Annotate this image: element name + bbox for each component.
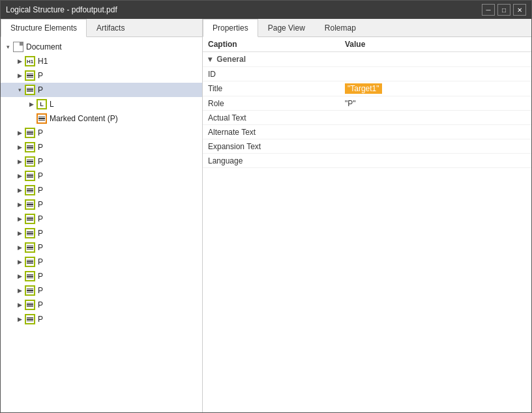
l-icon: L <box>36 99 48 109</box>
p13-icon <box>24 271 36 281</box>
prop-language-caption: Language <box>203 154 340 168</box>
expand-p8[interactable]: ▶ <box>15 200 24 209</box>
tab-structure-elements[interactable]: Structure Elements <box>1 19 87 37</box>
mc-label: Marked Content (P) <box>50 114 118 123</box>
expand-p-selected[interactable]: ▾ <box>15 85 24 94</box>
p5-icon <box>24 156 36 167</box>
p12-label: P <box>38 257 43 266</box>
expand-p15[interactable]: ▶ <box>15 300 24 309</box>
p4-icon <box>24 142 36 152</box>
tree-item-p-1[interactable]: ▶ P <box>1 68 202 83</box>
p10-icon <box>24 228 36 238</box>
prop-row-alt-text: Alternate Text <box>203 125 531 139</box>
tree-item-p-13[interactable]: ▶P <box>1 269 202 283</box>
expand-p6[interactable]: ▶ <box>15 171 24 180</box>
prop-role-value: "P" <box>340 96 531 111</box>
tab-page-view[interactable]: Page View <box>258 19 315 36</box>
tree-item-p-5[interactable]: ▶P <box>1 154 202 169</box>
tree-item-p-9[interactable]: ▶P <box>1 212 202 226</box>
tree-item-l[interactable]: ▶ L L <box>1 97 202 111</box>
tree-item-marked-content[interactable]: Marked Content (P) <box>1 111 202 126</box>
expand-p16[interactable]: ▶ <box>15 315 24 324</box>
p3-icon <box>24 128 36 138</box>
expand-document[interactable]: ▾ <box>3 42 12 51</box>
p16-icon <box>24 314 36 324</box>
p15-label: P <box>38 300 43 309</box>
prop-row-actual-text: Actual Text <box>203 111 531 125</box>
properties-area: Caption Value ▾ General <box>203 37 531 412</box>
expand-p10[interactable]: ▶ <box>15 229 24 238</box>
expand-p14[interactable]: ▶ <box>15 286 24 295</box>
maximize-button[interactable]: □ <box>497 4 510 16</box>
tree-item-p-8[interactable]: ▶P <box>1 197 202 212</box>
expand-p1[interactable]: ▶ <box>15 71 24 80</box>
prop-row-title: Title "Target1" <box>203 81 531 96</box>
table-header-row: Caption Value <box>203 37 531 52</box>
expand-p12[interactable]: ▶ <box>15 257 24 266</box>
prop-title-caption: Title <box>203 81 340 96</box>
h1-label: H1 <box>38 57 48 66</box>
tree-item-p-4[interactable]: ▶P <box>1 140 202 154</box>
expand-p3[interactable]: ▶ <box>15 128 24 137</box>
main-content: Structure Elements Artifacts ▾ Document <box>1 19 531 412</box>
tree-item-p-15[interactable]: ▶P <box>1 298 202 312</box>
tree-item-p-11[interactable]: ▶P <box>1 240 202 255</box>
expand-p9[interactable]: ▶ <box>15 214 24 223</box>
p16-label: P <box>38 315 43 324</box>
minimize-button[interactable]: ─ <box>482 4 495 16</box>
expand-p4[interactable]: ▶ <box>15 143 24 152</box>
document-label: Document <box>26 42 62 51</box>
general-collapse-arrow[interactable]: ▾ <box>208 55 212 64</box>
p11-label: P <box>38 243 43 252</box>
p3-label: P <box>38 128 43 137</box>
h1-icon: H1 <box>24 56 36 66</box>
expand-l[interactable]: ▶ <box>27 100 36 109</box>
prop-language-value <box>340 154 531 168</box>
window-title: Logical Structure - pdfoutput.pdf <box>6 5 117 14</box>
tree-item-h1[interactable]: ▶ H1 H1 <box>1 54 202 68</box>
p-selected-label: P <box>38 85 43 94</box>
tree-item-p-16[interactable]: ▶P <box>1 312 202 326</box>
p8-icon <box>24 199 36 210</box>
tree-area[interactable]: ▾ Document ▶ H1 H1 ▶ <box>1 37 202 412</box>
prop-alt-text-caption: Alternate Text <box>203 125 340 139</box>
tree-item-p-12[interactable]: ▶P <box>1 255 202 269</box>
p12-icon <box>24 257 36 267</box>
tab-artifacts[interactable]: Artifacts <box>87 19 134 36</box>
close-button[interactable]: ✕ <box>513 4 526 16</box>
p8-label: P <box>38 200 43 209</box>
expand-p7[interactable]: ▶ <box>15 186 24 195</box>
expand-h1[interactable]: ▶ <box>15 57 24 66</box>
tree-item-p-10[interactable]: ▶P <box>1 226 202 240</box>
prop-actual-text-value <box>340 111 531 125</box>
prop-role-caption: Role <box>203 96 340 111</box>
tab-rolemap[interactable]: Rolemap <box>315 19 366 36</box>
prop-alt-text-value <box>340 125 531 139</box>
expand-p13[interactable]: ▶ <box>15 272 24 281</box>
p13-label: P <box>38 272 43 281</box>
p7-icon <box>24 185 36 195</box>
prop-row-expansion-text: Expansion Text <box>203 139 531 154</box>
window-controls: ─ □ ✕ <box>482 4 526 16</box>
tree-item-p-14[interactable]: ▶P <box>1 283 202 298</box>
prop-title-value: "Target1" <box>340 81 531 96</box>
mc-icon <box>36 113 48 124</box>
expand-p5[interactable]: ▶ <box>15 157 24 166</box>
tree-item-document[interactable]: ▾ Document <box>1 40 202 54</box>
prop-expansion-text-value <box>340 139 531 154</box>
tab-properties[interactable]: Properties <box>203 19 258 37</box>
general-section-header[interactable]: ▾ General <box>203 52 531 67</box>
prop-row-language: Language <box>203 154 531 168</box>
left-tabs: Structure Elements Artifacts <box>1 19 202 37</box>
right-tabs: Properties Page View Rolemap <box>203 19 531 37</box>
p6-icon <box>24 171 36 181</box>
p10-label: P <box>38 229 43 238</box>
title-bar: Logical Structure - pdfoutput.pdf ─ □ ✕ <box>1 1 531 19</box>
left-panel: Structure Elements Artifacts ▾ Document <box>1 19 203 412</box>
expand-p11[interactable]: ▶ <box>15 243 24 252</box>
tree-item-p-3[interactable]: ▶P <box>1 126 202 140</box>
tree-item-p-7[interactable]: ▶P <box>1 183 202 197</box>
tree-item-p-6[interactable]: ▶P <box>1 169 202 183</box>
expand-mc <box>27 114 36 123</box>
tree-item-p-selected[interactable]: ▾ P <box>1 83 202 97</box>
